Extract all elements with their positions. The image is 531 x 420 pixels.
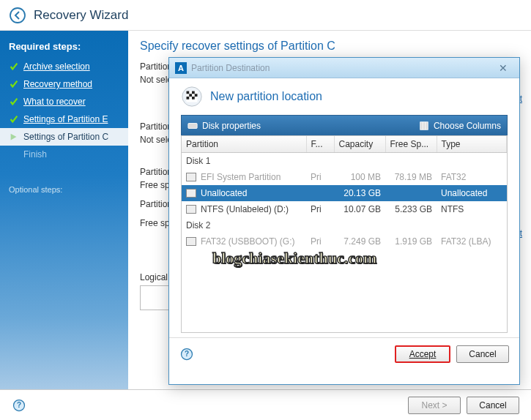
svg-text:?: ?: [17, 401, 21, 409]
partition-table[interactable]: Partition F... Capacity Free Sp... Type …: [181, 135, 508, 333]
sidebar-step[interactable]: Archive selection: [0, 58, 128, 75]
sidebar-step[interactable]: Settings of Partition C: [0, 128, 128, 146]
step-label: Settings of Partition E: [23, 114, 108, 124]
check-icon: [9, 114, 19, 124]
accept-button[interactable]: Accept: [395, 345, 450, 363]
partition-icon: [186, 189, 196, 198]
sidebar-step[interactable]: Settings of Partition E: [0, 110, 128, 128]
titlebar: Recovery Wizard: [0, 0, 531, 31]
wizard-footer: ? Next > Cancel: [0, 389, 531, 420]
partition-destination-dialog: A Partition Destination ✕ New partition …: [168, 57, 520, 385]
dialog-toolbar: Disk properties Choose Columns: [181, 115, 508, 135]
disk-icon: [187, 121, 198, 131]
sidebar-step: Finish: [0, 146, 128, 163]
back-arrow-icon[interactable]: [9, 7, 26, 24]
page-heading: Specify recover settings of Partition C: [140, 40, 519, 53]
sidebar: Required steps: Archive selectionRecover…: [0, 31, 128, 389]
disk-group-label[interactable]: Disk 2: [182, 217, 507, 233]
sidebar-optional-label: Optional steps:: [0, 163, 128, 198]
step-label: Recovery method: [23, 79, 92, 89]
dialog-footer: ? Accept Cancel: [169, 337, 519, 370]
dialog-heading: New partition location: [210, 90, 322, 103]
sidebar-step[interactable]: Recovery method: [0, 75, 128, 93]
partition-icon: [186, 205, 196, 214]
step-label: Settings of Partition C: [23, 132, 108, 142]
table-row[interactable]: Unallocated20.13 GBUnallocated: [182, 185, 507, 201]
check-icon: [9, 79, 19, 89]
col-freespace[interactable]: Free Sp...: [385, 136, 437, 153]
col-flags[interactable]: F...: [306, 136, 334, 153]
choose-columns-button[interactable]: Choose Columns: [419, 121, 501, 131]
svg-rect-5: [188, 123, 197, 128]
dialog-titlebar[interactable]: A Partition Destination ✕: [169, 58, 519, 78]
sidebar-step[interactable]: What to recover: [0, 93, 128, 110]
help-icon[interactable]: ?: [12, 398, 26, 413]
next-button[interactable]: Next >: [408, 397, 461, 414]
arrow-right-icon: [9, 132, 19, 142]
disk-group-label[interactable]: Disk 1: [182, 153, 507, 170]
table-row[interactable]: EFI System PartitionPri100 MB78.19 MBFAT…: [182, 169, 507, 185]
dialog-title: Partition Destination: [191, 63, 493, 73]
svg-point-0: [10, 8, 25, 23]
cancel-button[interactable]: Cancel: [456, 345, 509, 363]
partition-icon: [186, 237, 196, 246]
disk-properties-button[interactable]: Disk properties: [187, 121, 419, 131]
check-icon: [9, 97, 19, 107]
step-label: Finish: [23, 149, 47, 160]
col-type[interactable]: Type: [437, 136, 507, 153]
sidebar-heading: Required steps:: [0, 38, 128, 58]
wizard-title: Recovery Wizard: [34, 8, 128, 23]
table-row[interactable]: NTFS (Unlabeled) (D:)Pri10.07 GB5.233 GB…: [182, 201, 507, 217]
check-icon: [9, 61, 19, 72]
close-icon[interactable]: ✕: [493, 62, 513, 74]
col-partition[interactable]: Partition: [182, 136, 306, 153]
table-row[interactable]: FAT32 (USBBOOT) (G:)Pri7.249 GB1.919 GBF…: [182, 233, 507, 250]
col-capacity[interactable]: Capacity: [334, 136, 385, 153]
step-label: What to recover: [23, 97, 86, 107]
help-icon[interactable]: ?: [179, 347, 194, 361]
step-label: Archive selection: [23, 61, 90, 72]
svg-text:?: ?: [185, 350, 189, 358]
flag-wizard-icon: [181, 86, 203, 108]
columns-icon: [419, 121, 429, 131]
svg-rect-6: [420, 121, 428, 130]
partition-icon: [186, 173, 196, 181]
cancel-button[interactable]: Cancel: [467, 397, 519, 414]
app-icon: A: [175, 62, 187, 74]
